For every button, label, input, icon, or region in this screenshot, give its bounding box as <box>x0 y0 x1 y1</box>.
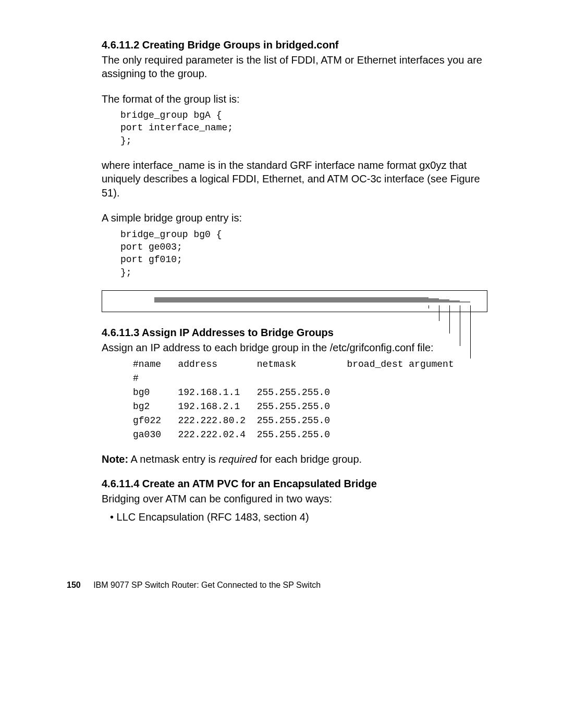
paragraph: The only required parameter is the list … <box>102 53 487 81</box>
paragraph: where interface_name is in the standard … <box>102 158 487 200</box>
paragraph: The format of the group list is: <box>102 92 487 106</box>
figure-leader-line <box>154 299 439 299</box>
figure-leader-line <box>154 302 470 302</box>
paragraph: A simple bridge group entry is: <box>102 211 487 225</box>
code-block: bridge_group bgA { port interface_name; … <box>120 109 487 147</box>
figure-51-box <box>102 290 487 312</box>
figure-leader-line <box>154 300 449 300</box>
section-title-4-6-11-4: 4.6.11.4 Create an ATM PVC for an Encaps… <box>102 478 487 490</box>
note-label: Note: <box>102 453 128 465</box>
page: 4.6.11.2 Creating Bridge Groups in bridg… <box>0 0 563 728</box>
figure-leader-line <box>154 298 429 298</box>
note-line: Note: A netmask entry is required for ea… <box>102 453 487 465</box>
page-number: 150 <box>67 581 81 589</box>
figure-leader-line <box>154 301 460 301</box>
note-text: A netmask entry is <box>128 453 218 465</box>
book-title: IBM 9077 SP Switch Router: Get Connected… <box>93 581 321 589</box>
section-title-4-6-11-2: 4.6.11.2 Creating Bridge Groups in bridg… <box>102 39 487 51</box>
figure-rows <box>118 299 476 303</box>
paragraph: Bridging over ATM can be configured in t… <box>102 492 487 505</box>
code-block: bridge_group bg0 { port ge003; port gf01… <box>120 228 487 279</box>
note-emph: required <box>219 453 257 465</box>
code-block: #name address netmask broad_dest argumen… <box>133 357 487 442</box>
page-footer: 150 IBM 9077 SP Switch Router: Get Conne… <box>67 581 321 590</box>
note-text: for each bridge group. <box>257 453 362 465</box>
bullet-item: • LLC Encapsulation (RFC 1483, section 4… <box>110 511 487 523</box>
